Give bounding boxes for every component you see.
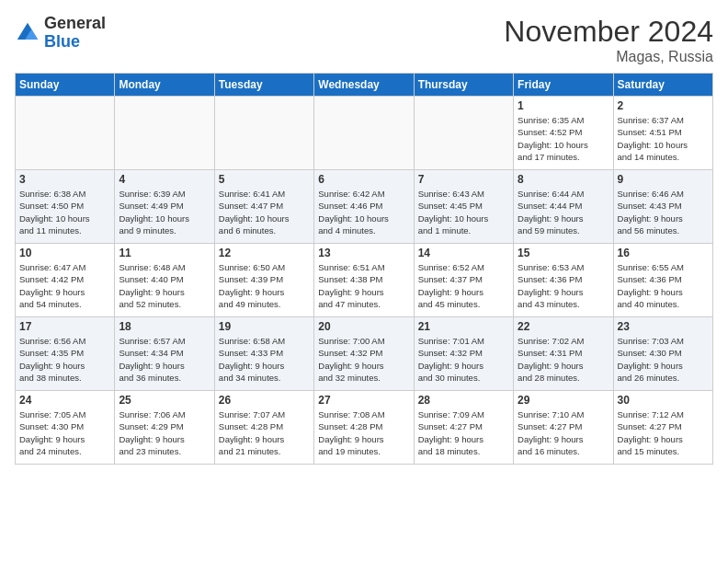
- day-info: Sunrise: 6:43 AM Sunset: 4:45 PM Dayligh…: [418, 188, 509, 236]
- day-number: 28: [418, 394, 509, 407]
- calendar-week-2: 3Sunrise: 6:38 AM Sunset: 4:50 PM Daylig…: [16, 170, 713, 244]
- day-number: 11: [119, 247, 210, 259]
- day-number: 27: [318, 394, 409, 407]
- day-number: 6: [318, 173, 409, 186]
- day-number: 10: [19, 247, 110, 259]
- calendar-cell: 20Sunrise: 7:00 AM Sunset: 4:32 PM Dayli…: [314, 317, 414, 391]
- day-info: Sunrise: 7:02 AM Sunset: 4:31 PM Dayligh…: [518, 335, 609, 384]
- calendar-week-1: 1Sunrise: 6:35 AM Sunset: 4:52 PM Daylig…: [16, 97, 713, 170]
- day-info: Sunrise: 6:53 AM Sunset: 4:36 PM Dayligh…: [518, 261, 609, 310]
- calendar-cell: 7Sunrise: 6:43 AM Sunset: 4:45 PM Daylig…: [414, 170, 513, 244]
- day-number: 7: [418, 173, 509, 186]
- day-number: 18: [119, 320, 210, 333]
- calendar-cell: [115, 97, 214, 170]
- header: General Blue November 2024 Magas, Russia: [15, 15, 713, 65]
- day-number: 17: [19, 320, 110, 333]
- calendar-cell: 2Sunrise: 6:37 AM Sunset: 4:51 PM Daylig…: [613, 97, 712, 170]
- day-info: Sunrise: 6:48 AM Sunset: 4:40 PM Dayligh…: [119, 261, 210, 310]
- calendar-header: Sunday Monday Tuesday Wednesday Thursday…: [16, 74, 713, 97]
- calendar-cell: 11Sunrise: 6:48 AM Sunset: 4:40 PM Dayli…: [115, 244, 214, 317]
- day-number: 8: [518, 173, 609, 186]
- day-number: 19: [219, 320, 310, 333]
- day-info: Sunrise: 6:46 AM Sunset: 4:43 PM Dayligh…: [618, 188, 709, 236]
- calendar-cell: 24Sunrise: 7:05 AM Sunset: 4:30 PM Dayli…: [16, 391, 115, 465]
- day-info: Sunrise: 6:57 AM Sunset: 4:34 PM Dayligh…: [119, 335, 210, 384]
- calendar-cell: 18Sunrise: 6:57 AM Sunset: 4:34 PM Dayli…: [115, 317, 214, 391]
- day-number: 16: [618, 247, 709, 259]
- day-number: 22: [518, 320, 609, 333]
- day-number: 2: [618, 99, 709, 112]
- day-info: Sunrise: 6:50 AM Sunset: 4:39 PM Dayligh…: [219, 261, 310, 310]
- calendar-cell: 13Sunrise: 6:51 AM Sunset: 4:38 PM Dayli…: [314, 244, 414, 317]
- calendar-body: 1Sunrise: 6:35 AM Sunset: 4:52 PM Daylig…: [16, 97, 713, 465]
- calendar-cell: 19Sunrise: 6:58 AM Sunset: 4:33 PM Dayli…: [214, 317, 313, 391]
- day-info: Sunrise: 6:47 AM Sunset: 4:42 PM Dayligh…: [19, 261, 110, 310]
- day-info: Sunrise: 7:08 AM Sunset: 4:28 PM Dayligh…: [318, 408, 409, 457]
- day-info: Sunrise: 6:37 AM Sunset: 4:51 PM Dayligh…: [618, 114, 709, 163]
- calendar-cell: 4Sunrise: 6:39 AM Sunset: 4:49 PM Daylig…: [115, 170, 214, 244]
- day-number: 26: [219, 394, 310, 407]
- calendar-cell: 27Sunrise: 7:08 AM Sunset: 4:28 PM Dayli…: [314, 391, 414, 465]
- day-number: 9: [618, 173, 709, 186]
- page-container: General Blue November 2024 Magas, Russia…: [0, 0, 728, 474]
- day-number: 5: [219, 173, 310, 186]
- calendar-cell: 22Sunrise: 7:02 AM Sunset: 4:31 PM Dayli…: [514, 317, 613, 391]
- day-info: Sunrise: 6:52 AM Sunset: 4:37 PM Dayligh…: [418, 261, 509, 310]
- col-sunday: Sunday: [16, 74, 115, 97]
- day-number: 25: [119, 394, 210, 407]
- calendar-cell: 6Sunrise: 6:42 AM Sunset: 4:46 PM Daylig…: [314, 170, 414, 244]
- calendar-cell: 5Sunrise: 6:41 AM Sunset: 4:47 PM Daylig…: [214, 170, 313, 244]
- day-info: Sunrise: 7:00 AM Sunset: 4:32 PM Dayligh…: [318, 335, 409, 384]
- day-number: 29: [518, 394, 609, 407]
- day-info: Sunrise: 6:58 AM Sunset: 4:33 PM Dayligh…: [219, 335, 310, 384]
- day-number: 30: [618, 394, 709, 407]
- col-wednesday: Wednesday: [314, 74, 414, 97]
- calendar-cell: 10Sunrise: 6:47 AM Sunset: 4:42 PM Dayli…: [16, 244, 115, 317]
- location: Magas, Russia: [504, 49, 713, 65]
- day-number: 21: [418, 320, 509, 333]
- calendar-cell: 12Sunrise: 6:50 AM Sunset: 4:39 PM Dayli…: [214, 244, 313, 317]
- calendar-cell: 15Sunrise: 6:53 AM Sunset: 4:36 PM Dayli…: [514, 244, 613, 317]
- day-number: 23: [618, 320, 709, 333]
- day-info: Sunrise: 6:56 AM Sunset: 4:35 PM Dayligh…: [19, 335, 110, 384]
- day-info: Sunrise: 7:03 AM Sunset: 4:30 PM Dayligh…: [618, 335, 709, 384]
- day-number: 15: [518, 247, 609, 259]
- calendar-cell: 8Sunrise: 6:44 AM Sunset: 4:44 PM Daylig…: [514, 170, 613, 244]
- calendar-cell: [214, 97, 313, 170]
- title-block: November 2024 Magas, Russia: [504, 15, 713, 65]
- calendar-cell: [16, 97, 115, 170]
- logo-blue-text: Blue: [44, 32, 80, 51]
- day-number: 1: [518, 99, 609, 112]
- calendar-cell: 14Sunrise: 6:52 AM Sunset: 4:37 PM Dayli…: [414, 244, 513, 317]
- calendar-cell: 26Sunrise: 7:07 AM Sunset: 4:28 PM Dayli…: [214, 391, 313, 465]
- day-number: 20: [318, 320, 409, 333]
- calendar-cell: 3Sunrise: 6:38 AM Sunset: 4:50 PM Daylig…: [16, 170, 115, 244]
- calendar-cell: 9Sunrise: 6:46 AM Sunset: 4:43 PM Daylig…: [613, 170, 712, 244]
- calendar-week-3: 10Sunrise: 6:47 AM Sunset: 4:42 PM Dayli…: [16, 244, 713, 317]
- day-number: 13: [318, 247, 409, 259]
- day-info: Sunrise: 7:10 AM Sunset: 4:27 PM Dayligh…: [518, 408, 609, 457]
- day-number: 3: [19, 173, 110, 186]
- day-number: 12: [219, 247, 310, 259]
- logo: General Blue: [15, 15, 106, 52]
- col-friday: Friday: [514, 74, 613, 97]
- logo-icon: [15, 20, 40, 46]
- day-info: Sunrise: 7:12 AM Sunset: 4:27 PM Dayligh…: [618, 408, 709, 457]
- col-monday: Monday: [115, 74, 214, 97]
- col-saturday: Saturday: [613, 74, 712, 97]
- day-info: Sunrise: 7:09 AM Sunset: 4:27 PM Dayligh…: [418, 408, 509, 457]
- day-info: Sunrise: 6:41 AM Sunset: 4:47 PM Dayligh…: [219, 188, 310, 236]
- month-title: November 2024: [504, 15, 713, 49]
- day-number: 14: [418, 247, 509, 259]
- calendar-cell: 23Sunrise: 7:03 AM Sunset: 4:30 PM Dayli…: [613, 317, 712, 391]
- calendar-week-5: 24Sunrise: 7:05 AM Sunset: 4:30 PM Dayli…: [16, 391, 713, 465]
- logo-general-text: General: [44, 14, 106, 32]
- day-info: Sunrise: 6:35 AM Sunset: 4:52 PM Dayligh…: [518, 114, 609, 163]
- calendar-table: Sunday Monday Tuesday Wednesday Thursday…: [15, 73, 713, 465]
- day-info: Sunrise: 6:55 AM Sunset: 4:36 PM Dayligh…: [618, 261, 709, 310]
- col-tuesday: Tuesday: [214, 74, 313, 97]
- day-info: Sunrise: 7:01 AM Sunset: 4:32 PM Dayligh…: [418, 335, 509, 384]
- day-info: Sunrise: 7:05 AM Sunset: 4:30 PM Dayligh…: [19, 408, 110, 457]
- calendar-cell: [314, 97, 414, 170]
- col-thursday: Thursday: [414, 74, 513, 97]
